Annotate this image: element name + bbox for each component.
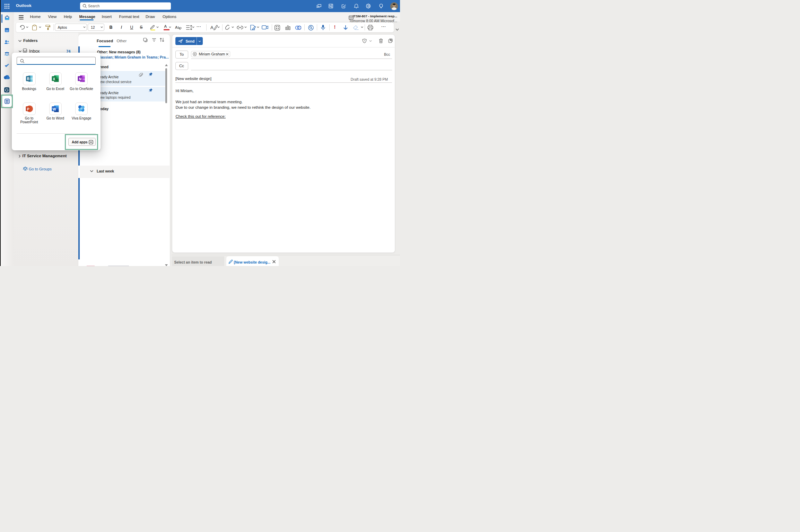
svg-text:B: B <box>27 77 29 81</box>
svg-text:N: N <box>79 77 82 81</box>
svg-text:A: A <box>175 25 178 29</box>
svg-text:W: W <box>53 107 56 111</box>
svg-text:X: X <box>53 77 55 81</box>
svg-text:?: ? <box>364 39 365 42</box>
svg-text:A: A <box>210 25 214 30</box>
svg-text:P: P <box>27 107 29 111</box>
